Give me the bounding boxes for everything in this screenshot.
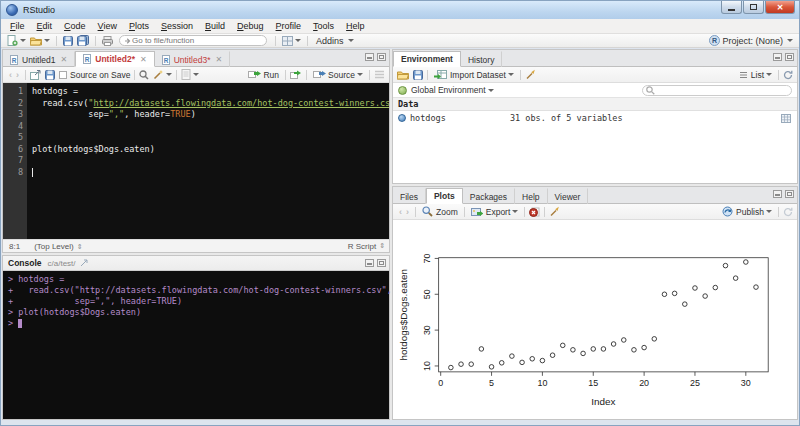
clear-workspace-broom-icon[interactable] <box>525 69 536 80</box>
clear-plots-broom-icon[interactable] <box>549 206 560 217</box>
save-icon[interactable] <box>45 70 55 80</box>
tab-help[interactable]: Help <box>515 188 547 204</box>
find-replace-icon[interactable] <box>139 70 149 80</box>
menu-help[interactable]: Help <box>340 21 371 31</box>
tab-files[interactable]: Files <box>393 188 426 204</box>
tab-untitled1[interactable]: RUntitled1✕ <box>3 51 75 67</box>
close-tab-icon[interactable]: ✕ <box>216 55 223 64</box>
code-editor[interactable]: 12345678 hotdogs = read.csv("http://data… <box>3 83 389 239</box>
environment-maximize-icon[interactable] <box>785 53 794 61</box>
document-outline-icon[interactable] <box>374 70 385 79</box>
menu-edit[interactable]: Edit <box>31 21 59 31</box>
data-point <box>744 260 749 265</box>
goto-file-search[interactable] <box>119 35 267 46</box>
menu-build[interactable]: Build <box>199 21 231 31</box>
previous-plot-icon[interactable]: ‹ <box>399 207 402 217</box>
environment-object-row[interactable]: hotdogs31 obs. of 5 variables <box>393 111 797 125</box>
remove-plot-icon[interactable] <box>529 206 540 217</box>
project-menu-button[interactable]: R Project: (None) <box>709 35 793 46</box>
import-dataset-button[interactable]: Import Dataset <box>434 70 514 80</box>
console-body[interactable]: > hotdogs =+ read.csv("http://datasets.f… <box>3 271 389 419</box>
tab-label: Plots <box>434 191 455 201</box>
source-toolbar: ‹ › Source on Save Run <box>3 67 389 83</box>
run-button[interactable]: Run <box>248 70 279 80</box>
view-data-grid-icon[interactable] <box>781 114 791 123</box>
load-workspace-icon[interactable] <box>397 70 409 80</box>
menu-view[interactable]: View <box>92 21 123 31</box>
goto-file-input[interactable] <box>132 36 262 45</box>
save-workspace-icon[interactable] <box>413 70 423 80</box>
list-view-button[interactable]: List <box>739 70 772 80</box>
source-maximize-icon[interactable] <box>377 53 386 61</box>
source-button[interactable]: Source <box>313 70 363 80</box>
code-tools-caret-icon <box>166 73 172 76</box>
console-minimize-icon[interactable] <box>365 259 374 267</box>
code-tools-wand-icon[interactable] <box>153 69 164 80</box>
tab-viewer[interactable]: Viewer <box>548 188 589 204</box>
menu-profile[interactable]: Profile <box>270 21 308 31</box>
plots-maximize-icon[interactable] <box>785 190 794 198</box>
source-status-bar: 8:1 (Top Level)⇕ R Script⇕ <box>3 239 389 252</box>
console-header: Console c/a/test/ <box>3 256 389 271</box>
environment-search-box[interactable] <box>642 85 792 96</box>
tab-history[interactable]: History <box>461 51 502 67</box>
save-button[interactable] <box>63 36 73 46</box>
close-tab-icon[interactable]: ✕ <box>61 55 68 64</box>
new-file-button[interactable] <box>7 35 26 46</box>
maximize-button[interactable] <box>743 1 764 14</box>
addins-button[interactable]: Addins <box>314 36 354 46</box>
export-button[interactable]: Export <box>471 207 519 217</box>
list-view-label: List <box>751 70 764 80</box>
tab-packages[interactable]: Packages <box>463 188 515 204</box>
open-in-window-icon[interactable] <box>30 70 41 80</box>
back-icon[interactable]: ‹ <box>9 70 12 80</box>
environment-object-list: hotdogs31 obs. of 5 variables <box>393 111 797 125</box>
forward-icon[interactable]: › <box>16 70 19 80</box>
search-icon <box>646 86 655 95</box>
code-line <box>32 167 389 179</box>
save-all-button[interactable] <box>77 35 89 46</box>
tab-untitled3[interactable]: RUntitled3*✕ <box>155 51 231 67</box>
menu-file[interactable]: File <box>4 21 31 31</box>
zoom-button[interactable]: Zoom <box>422 206 458 217</box>
data-point <box>662 292 667 297</box>
menu-code[interactable]: Code <box>58 21 92 31</box>
publish-button[interactable]: Publish <box>722 206 772 217</box>
object-summary: 31 obs. of 5 variables <box>510 113 623 123</box>
menu-plots[interactable]: Plots <box>123 21 155 31</box>
refresh-icon[interactable] <box>783 70 793 80</box>
environment-minimize-icon[interactable] <box>773 53 782 61</box>
menu-tools[interactable]: Tools <box>307 21 340 31</box>
doc-type-selector[interactable]: R Script⇕ <box>348 242 385 251</box>
console-line: > <box>8 318 384 329</box>
plots-minimize-icon[interactable] <box>773 190 782 198</box>
svg-text:20: 20 <box>639 378 649 388</box>
tab-untitled2[interactable]: RUntitled2*✕ <box>75 51 154 67</box>
tab-label: Environment <box>401 54 453 64</box>
import-dataset-label: Import Dataset <box>450 70 506 80</box>
close-tab-icon[interactable]: ✕ <box>140 55 147 64</box>
scope-selector[interactable]: (Top Level)⇕ <box>34 242 82 251</box>
menu-debug[interactable]: Debug <box>231 21 270 31</box>
refresh-plot-icon[interactable] <box>783 207 793 217</box>
rerun-icon[interactable] <box>290 70 302 80</box>
data-point <box>611 342 616 347</box>
tab-plots[interactable]: Plots <box>426 188 463 204</box>
source-on-save-checkbox[interactable] <box>59 71 67 79</box>
next-plot-icon[interactable]: › <box>406 207 409 217</box>
pane-layout-button[interactable] <box>282 36 301 46</box>
open-folder-icon <box>30 36 42 46</box>
svg-text:30: 30 <box>741 378 751 388</box>
tab-environment[interactable]: Environment <box>393 51 461 67</box>
source-minimize-icon[interactable] <box>365 53 374 61</box>
close-button[interactable]: ✕ <box>765 1 795 14</box>
environment-scope-selector[interactable]: Global Environment <box>411 85 494 95</box>
print-button[interactable] <box>102 36 113 46</box>
console-maximize-icon[interactable] <box>377 259 386 267</box>
open-directory-icon[interactable] <box>80 259 89 267</box>
compile-report-icon[interactable] <box>181 69 191 80</box>
menu-session[interactable]: Session <box>155 21 199 31</box>
editor-code[interactable]: hotdogs = read.csv("http://datasets.flow… <box>27 83 389 239</box>
open-file-button[interactable] <box>30 36 50 46</box>
minimize-button[interactable] <box>721 1 742 14</box>
